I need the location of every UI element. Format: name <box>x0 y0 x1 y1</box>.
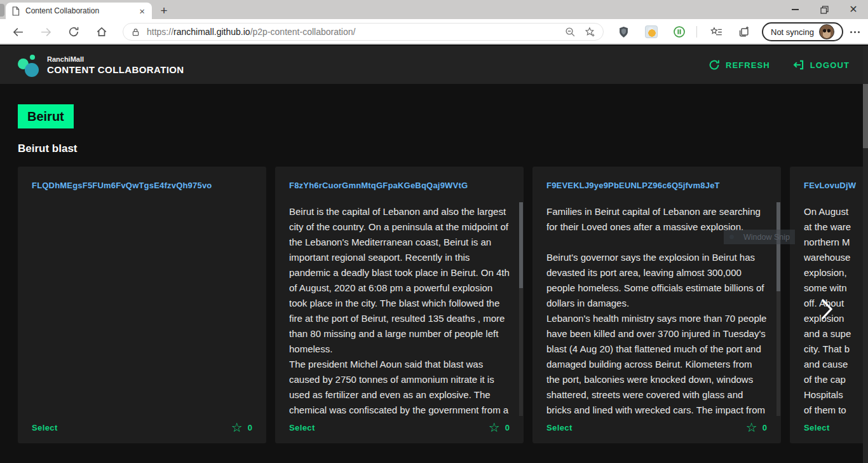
content-id-link[interactable]: F9EVEKLJ9ye9PbEUNLPZ96c6Q5jfvm8JeT <box>546 181 767 190</box>
select-button[interactable]: Select <box>32 423 58 432</box>
url-path: /p2p-content-collaboration/ <box>250 27 356 37</box>
card-footer: Select ☆ 0 <box>804 420 868 435</box>
zoom-out-icon[interactable] <box>565 27 576 38</box>
back-button[interactable] <box>9 23 27 41</box>
url-host: ranchimall.github.io <box>173 27 250 37</box>
restore-icon <box>820 6 829 14</box>
window-snip-tooltip: Window Snip <box>724 230 795 244</box>
new-tab-button[interactable]: + <box>156 3 172 18</box>
refresh-label: REFRESH <box>726 60 770 70</box>
logout-icon <box>793 59 804 71</box>
brand-block: RanchiMall CONTENT COLLABORATION <box>47 55 184 75</box>
avatar <box>819 24 834 39</box>
card-scrollbar-thumb[interactable] <box>776 202 780 291</box>
forward-icon <box>41 27 51 38</box>
app-title: CONTENT COLLABORATION <box>47 64 184 75</box>
ranchimall-logo <box>18 53 41 77</box>
select-button[interactable]: Select <box>289 423 315 432</box>
star-rating[interactable]: ☆ 0 <box>231 421 252 434</box>
tab-title: Content Collaboration <box>25 6 138 15</box>
content-card: F8zYh6rCuorGmnMtqGFpaKGeBqQaj9WVtG Beiru… <box>275 167 524 443</box>
back-icon <box>13 27 24 38</box>
tab-strip-edge <box>0 4 4 17</box>
card-footer: Select ☆ 0 <box>289 420 510 435</box>
chevron-right-icon <box>820 298 834 320</box>
refresh-icon <box>709 59 720 71</box>
cards-row: FLQDhMEgsF5FUm6FvQwTgsE4fzvQh975vo Selec… <box>18 167 868 443</box>
content-id-link[interactable]: F8zYh6rCuorGmnMtqGFpaKGeBqQaj9WVtG <box>289 181 510 190</box>
address-bar[interactable]: https://ranchimall.github.io/p2p-content… <box>123 23 604 41</box>
favorites-star-list-icon <box>710 27 722 38</box>
star-rating[interactable]: ☆ 0 <box>746 421 767 434</box>
content-id-link[interactable]: FEvLovuDjW <box>804 181 868 190</box>
select-button[interactable]: Select <box>546 423 573 432</box>
sync-status-label: Not syncing <box>771 27 814 37</box>
extension-2-icon[interactable] <box>642 23 660 41</box>
browser-tab[interactable]: Content Collaboration × <box>6 3 152 19</box>
browser-titlebar: Content Collaboration × + ✕ <box>0 0 868 19</box>
snip-label: Window Snip <box>743 233 790 242</box>
favorites-bar-button[interactable] <box>707 23 725 41</box>
url-scheme: https:// <box>147 27 173 37</box>
forward-button[interactable] <box>37 23 55 41</box>
browser-menu-button[interactable] <box>846 23 863 41</box>
extension-pause-icon[interactable] <box>670 23 688 41</box>
card-scrollbar-thumb[interactable] <box>519 202 523 288</box>
logout-label: LOGOUT <box>810 60 850 70</box>
select-button[interactable]: Select <box>804 423 830 432</box>
refresh-button[interactable]: REFRESH <box>709 59 770 71</box>
card-body[interactable]: Beirut is the capital of Lebanon and als… <box>289 204 510 415</box>
content-id-link[interactable]: FLQDhMEgsF5FUm6FvQwTgsE4fzvQh975vo <box>32 181 252 190</box>
star-count: 0 <box>248 423 252 432</box>
close-button[interactable]: ✕ <box>839 0 868 19</box>
tab-close-icon[interactable]: × <box>138 6 146 16</box>
logout-button[interactable]: LOGOUT <box>793 59 850 71</box>
extension-ublock-icon[interactable] <box>614 23 632 41</box>
page-scrollbar-thumb[interactable] <box>863 84 868 148</box>
star-icon[interactable]: ☆ <box>489 421 500 434</box>
page-subtitle: Beirut blast <box>18 142 78 155</box>
home-button[interactable] <box>93 23 111 41</box>
reload-icon <box>68 26 79 38</box>
card-scrollbar[interactable] <box>519 202 523 416</box>
reload-button[interactable] <box>65 23 83 41</box>
star-count: 0 <box>505 423 510 432</box>
card-body[interactable] <box>32 204 252 415</box>
page-favicon-icon <box>11 6 20 16</box>
star-icon[interactable]: ☆ <box>746 421 757 434</box>
home-icon <box>96 26 107 38</box>
page-scrollbar[interactable] <box>863 46 868 463</box>
collections-button[interactable] <box>735 23 752 41</box>
window-controls: ✕ <box>780 0 868 19</box>
restore-button[interactable] <box>810 0 839 19</box>
star-count: 0 <box>763 423 767 432</box>
browser-window: Content Collaboration × + ✕ <box>0 0 868 463</box>
toolbar-separator <box>696 26 697 38</box>
profile-button[interactable]: Not syncing <box>762 22 843 41</box>
card-footer: Select ☆ 0 <box>32 420 252 435</box>
topic-chip: Beirut <box>18 104 74 128</box>
brand-name: RanchiMall <box>47 55 184 63</box>
carousel-next-button[interactable] <box>818 298 836 321</box>
app-header: RanchiMall CONTENT COLLABORATION REFRESH… <box>0 46 868 84</box>
minimize-button[interactable] <box>780 0 810 19</box>
content-card: F9EVEKLJ9ye9PbEUNLPZ96c6Q5jfvm8JeT Famil… <box>532 167 781 443</box>
minimize-icon <box>792 9 799 10</box>
star-rating[interactable]: ☆ 0 <box>489 421 510 434</box>
header-actions: REFRESH LOGOUT <box>709 46 850 84</box>
star-icon[interactable]: ☆ <box>231 421 243 434</box>
collections-icon <box>738 26 750 38</box>
browser-toolbar: https://ranchimall.github.io/p2p-content… <box>0 19 868 45</box>
url-text: https://ranchimall.github.io/p2p-content… <box>147 27 565 37</box>
card-footer: Select ☆ 0 <box>546 420 767 435</box>
lock-icon[interactable] <box>131 27 140 37</box>
close-icon: ✕ <box>849 4 857 15</box>
snip-dot-icon <box>729 235 734 239</box>
content-card: FLQDhMEgsF5FUm6FvQwTgsE4fzvQh975vo Selec… <box>18 167 266 443</box>
add-favorite-icon[interactable] <box>585 27 595 38</box>
